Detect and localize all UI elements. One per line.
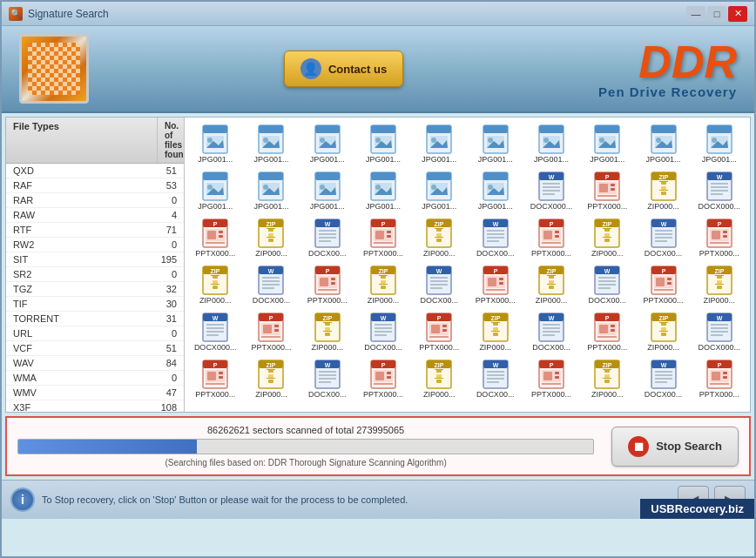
file-item[interactable]: W DOCX00...	[636, 215, 690, 260]
file-item[interactable]: ZIP ZIP000...	[244, 215, 298, 260]
file-item[interactable]: ZIP ZIP000...	[244, 356, 298, 401]
svg-text:P: P	[493, 268, 497, 274]
file-item[interactable]: W DOCX00...	[580, 262, 634, 307]
file-item[interactable]: P PPTX000...	[692, 215, 746, 260]
file-item[interactable]: P PPTX000...	[356, 356, 410, 401]
file-type-row[interactable]: TORRENT31	[6, 312, 184, 326]
file-item[interactable]: JPG JPG001...	[468, 121, 522, 166]
file-item[interactable]: ZIP ZIP000...	[524, 262, 578, 307]
minimize-button[interactable]: —	[686, 6, 705, 22]
file-item[interactable]: JPG JPG001...	[524, 121, 578, 166]
file-item[interactable]: W DOCX00...	[468, 356, 522, 401]
file-item[interactable]: JPG JPG001...	[244, 121, 298, 166]
file-type-row[interactable]: RW20	[6, 238, 184, 252]
file-item[interactable]: P PPTX000...	[244, 309, 298, 354]
file-item[interactable]: JPG JPG001...	[580, 121, 634, 166]
file-item[interactable]: ZIP ZIP000...	[580, 215, 634, 260]
file-item[interactable]: P PPTX000...	[356, 215, 410, 260]
file-item[interactable]: P PPTX000...	[188, 215, 242, 260]
file-item[interactable]: ZIP ZIP000...	[636, 168, 690, 213]
file-item[interactable]: W DOCX000...	[188, 309, 242, 354]
file-item[interactable]: P PPTX000...	[412, 309, 466, 354]
file-item[interactable]: ZIP ZIP000...	[580, 356, 634, 401]
file-item[interactable]: P PPTX000...	[524, 356, 578, 401]
file-types-list[interactable]: QXD51RAF53RAR0RAW4RTF71RW20SIT195SR20TGZ…	[6, 164, 184, 412]
file-item[interactable]: ZIP ZIP000...	[692, 262, 746, 307]
file-label: PPTX000...	[363, 390, 403, 399]
file-item[interactable]: W DOCX00...	[468, 215, 522, 260]
file-item[interactable]: P PPTX000...	[636, 262, 690, 307]
file-item[interactable]: JPG JPG001...	[636, 121, 690, 166]
file-item[interactable]: JPG JPG001...	[412, 168, 466, 213]
file-item[interactable]: JPG JPG001...	[188, 168, 242, 213]
file-type-row[interactable]: VCF51	[6, 341, 184, 356]
file-item[interactable]: JPG JPG001...	[412, 121, 466, 166]
file-item[interactable]: ZIP ZIP000...	[412, 356, 466, 401]
svg-rect-6	[203, 125, 227, 133]
file-item[interactable]: JPG JPG001...	[356, 121, 410, 166]
file-item[interactable]: W DOCX000...	[692, 168, 746, 213]
file-item[interactable]: P PPTX000...	[524, 215, 578, 260]
file-type-row[interactable]: RTF71	[6, 223, 184, 238]
file-item[interactable]: W DOCX00...	[524, 309, 578, 354]
file-type-row[interactable]: SR20	[6, 267, 184, 282]
file-type-row[interactable]: RAR0	[6, 193, 184, 208]
file-item[interactable]: W DOCX00...	[356, 309, 410, 354]
file-item[interactable]: JPG JPG001...	[468, 168, 522, 213]
file-item[interactable]: JPG JPG001...	[356, 168, 410, 213]
file-label: DOCX000...	[194, 343, 237, 352]
close-button[interactable]: ✕	[728, 6, 747, 22]
file-grid-panel[interactable]: JPG JPG001... JPG JPG001... JPG	[185, 118, 750, 412]
contact-label: Contact us	[328, 63, 387, 76]
file-icon-docx: W	[704, 171, 735, 202]
file-item[interactable]: W DOCX00...	[636, 356, 690, 401]
file-item[interactable]: P PPTX000...	[468, 262, 522, 307]
file-item[interactable]: P PPTX000...	[580, 168, 634, 213]
file-type-row[interactable]: TGZ32	[6, 282, 184, 297]
file-type-row[interactable]: QXD51	[6, 164, 184, 178]
svg-text:P: P	[661, 268, 665, 274]
file-item[interactable]: P PPTX000...	[188, 356, 242, 401]
contact-button[interactable]: 👤 Contact us	[284, 50, 403, 87]
file-type-row[interactable]: RAW4	[6, 208, 184, 223]
file-item[interactable]: P PPTX000...	[300, 262, 354, 307]
file-item[interactable]: JPG JPG001...	[244, 168, 298, 213]
file-type-row[interactable]: WMV47	[6, 386, 184, 400]
file-item[interactable]: W DOCX000...	[524, 168, 578, 213]
file-item[interactable]: W DOCX00...	[244, 262, 298, 307]
file-item[interactable]: ZIP ZIP000...	[636, 309, 690, 354]
stop-search-button[interactable]: ⏹ Stop Search	[611, 427, 739, 467]
file-type-row[interactable]: SIT195	[6, 252, 184, 267]
svg-point-39	[488, 138, 493, 143]
file-item[interactable]: W DOCX00...	[412, 262, 466, 307]
svg-rect-399	[435, 378, 443, 379]
progress-area: 86262621 sectors scanned of total 273995…	[5, 416, 751, 476]
file-item[interactable]: ZIP ZIP000...	[356, 262, 410, 307]
file-label: ZIP000...	[647, 202, 679, 211]
svg-rect-181	[543, 231, 552, 239]
file-item[interactable]: P PPTX000...	[580, 309, 634, 354]
file-type-row[interactable]: WMA0	[6, 371, 184, 386]
file-item[interactable]: ZIP ZIP000...	[300, 309, 354, 354]
file-item[interactable]: W DOCX00...	[300, 215, 354, 260]
file-item[interactable]: P PPTX000...	[692, 356, 746, 401]
file-type-row[interactable]: URL0	[6, 326, 184, 341]
file-type-row[interactable]: TIF30	[6, 297, 184, 312]
file-item[interactable]: W DOCX00...	[300, 356, 354, 401]
file-type-row[interactable]: RAF53	[6, 178, 184, 193]
file-item[interactable]: ZIP ZIP000...	[412, 215, 466, 260]
maximize-button[interactable]: □	[707, 6, 726, 22]
file-item[interactable]: JPG JPG001...	[300, 168, 354, 213]
file-icon-docx: W	[255, 265, 287, 296]
file-item[interactable]: JPG JPG001...	[300, 121, 354, 166]
file-item[interactable]: ZIP ZIP000...	[188, 262, 242, 307]
file-icon-jpg: JPG	[591, 124, 623, 155]
file-item[interactable]: ZIP ZIP000...	[468, 309, 522, 354]
file-item[interactable]: JPG JPG001...	[692, 121, 746, 166]
file-type-row[interactable]: X3F108	[6, 400, 184, 412]
file-item[interactable]: JPG JPG001...	[188, 121, 242, 166]
window-controls: — □ ✕	[686, 6, 747, 22]
file-type-row[interactable]: WAV84	[6, 356, 184, 371]
ft-name: RAF	[6, 179, 149, 192]
file-item[interactable]: W DOCX000...	[692, 309, 746, 354]
